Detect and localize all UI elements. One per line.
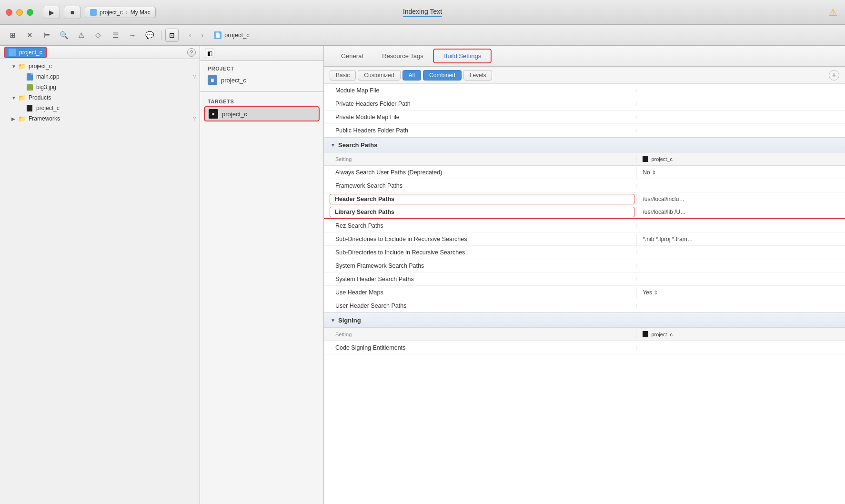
arrow-button[interactable]: → xyxy=(125,29,140,42)
help-button[interactable]: ? xyxy=(187,48,196,57)
stop-icon: ■ xyxy=(70,9,74,16)
minimize-button[interactable] xyxy=(16,9,23,16)
grid-toggle[interactable]: ⊡ xyxy=(165,29,179,42)
tab-build-settings[interactable]: Build Settings xyxy=(433,49,492,63)
search-button[interactable]: 🔍 xyxy=(56,29,71,42)
frameworks-badge: ? xyxy=(193,116,196,121)
scheme-device: My Mac xyxy=(131,9,151,16)
section-triangle-icon: ▼ xyxy=(330,141,336,148)
settings-row-module-map[interactable]: Module Map File xyxy=(324,84,845,97)
col-project: project_c xyxy=(636,329,845,339)
settings-row-framework-search[interactable]: Framework Search Paths xyxy=(324,179,845,192)
setting-value xyxy=(636,346,845,350)
filter-all-button[interactable]: All xyxy=(402,70,421,81)
tree-item-products-folder[interactable]: ▼ 📁 Products xyxy=(0,92,200,103)
setting-value: *.nib *.lproj *.fram… xyxy=(636,234,845,244)
img-file-icon xyxy=(26,83,33,91)
settings-row-private-module[interactable]: Private Module Map File xyxy=(324,111,845,124)
maximize-button[interactable] xyxy=(27,9,33,16)
tree-item-project-folder[interactable]: ▼ 📁 project_c xyxy=(0,61,200,71)
setting-name: System Framework Search Paths xyxy=(324,261,636,271)
hierarchy-button[interactable]: ⊨ xyxy=(39,29,54,42)
tag-button[interactable]: ◇ xyxy=(91,29,106,42)
settings-row-header-maps[interactable]: Use Header Maps Yes ⇕ xyxy=(324,286,845,299)
project-col-icon xyxy=(643,156,648,162)
list-button[interactable]: ☰ xyxy=(108,29,123,42)
target-icon: ■ xyxy=(209,109,218,119)
setting-value xyxy=(636,129,845,132)
tree-item-label: big3.jpg xyxy=(36,84,56,91)
project-icon xyxy=(9,49,16,56)
middle-panel-header: ◧ xyxy=(200,46,323,61)
filter-basic-button[interactable]: Basic xyxy=(330,70,356,81)
filter-combined-button[interactable]: Combined xyxy=(423,70,462,81)
warning-button[interactable]: ⚠ xyxy=(73,29,89,42)
titlebar-controls: ▶ ■ project_c › My Mac xyxy=(43,6,156,19)
setting-name: Always Search User Paths (Deprecated) xyxy=(324,167,636,178)
cpp-file-icon xyxy=(26,73,33,81)
forward-button[interactable]: › xyxy=(197,30,208,41)
setting-name: User Header Search Paths xyxy=(324,301,636,311)
file-badge: ? xyxy=(193,74,196,80)
tab-general-label: General xyxy=(341,52,363,60)
scheme-selector[interactable]: project_c › My Mac xyxy=(85,7,156,18)
setting-value: Yes ⇕ xyxy=(636,287,845,298)
settings-row-public-headers[interactable]: Public Headers Folder Path xyxy=(324,124,845,137)
section-search-paths[interactable]: ▼ Search Paths xyxy=(324,137,845,152)
back-button[interactable]: ‹ xyxy=(184,30,196,41)
filter-customized-button[interactable]: Customized xyxy=(358,70,400,81)
scheme-separator: › xyxy=(126,9,128,16)
sidebar-toggle-button[interactable]: ◧ xyxy=(205,49,214,58)
section-triangle-icon: ▼ xyxy=(330,317,336,323)
setting-value xyxy=(636,115,845,119)
comment-button[interactable]: 💬 xyxy=(142,29,157,42)
tree-item-product-binary[interactable]: project_c xyxy=(0,103,200,113)
setting-name: Private Module Map File xyxy=(324,112,636,122)
settings-row-private-headers[interactable]: Private Headers Folder Path xyxy=(324,97,845,111)
stepper-icon[interactable]: ⇕ xyxy=(654,290,658,295)
stop-button[interactable]: ■ xyxy=(64,6,81,19)
settings-row-always-search[interactable]: Always Search User Paths (Deprecated) No… xyxy=(324,166,845,179)
settings-row-subdirs-exclude[interactable]: Sub-Directories to Exclude in Recursive … xyxy=(324,232,845,246)
close-button[interactable] xyxy=(6,9,12,16)
project-section: PROJECT 📋 project_c xyxy=(200,61,323,90)
window-title: Indexing Text xyxy=(403,8,442,17)
grid-view-button[interactable]: ⊞ xyxy=(5,29,20,42)
sidebar-toggle-icon: ◧ xyxy=(207,50,212,57)
settings-row-rez[interactable]: Rez Search Paths xyxy=(324,219,845,232)
tab-general[interactable]: General xyxy=(332,50,372,62)
play-button[interactable]: ▶ xyxy=(43,6,60,19)
selected-project[interactable]: project_c xyxy=(4,47,47,58)
settings-row-subdirs-include[interactable]: Sub-Directories to Include in Recursive … xyxy=(324,246,845,259)
right-panel: General Resource Tags Build Settings Bas… xyxy=(324,46,845,504)
file-badge-warning: ! xyxy=(194,84,196,90)
settings-row-header-search[interactable]: Header Search Paths /usr/local/inclu… xyxy=(324,192,845,206)
sidebar-header: project_c ? xyxy=(0,46,200,59)
add-setting-button[interactable]: + xyxy=(829,70,839,81)
setting-name-library-search: Library Search Paths xyxy=(330,207,634,217)
tree-item-maincpp[interactable]: main.cpp ? xyxy=(0,71,200,82)
settings-row-code-signing[interactable]: Code Signing Entitlements xyxy=(324,341,845,354)
setting-value xyxy=(636,304,845,308)
setting-name: Use Header Maps xyxy=(324,287,636,298)
setting-name: Sub-Directories to Include in Recursive … xyxy=(324,247,636,258)
tab-resource-tags-label: Resource Tags xyxy=(382,52,423,60)
filter-levels-button[interactable]: Levels xyxy=(463,70,493,81)
settings-row-library-search[interactable]: Library Search Paths /usr/local/lib /U… xyxy=(324,206,845,219)
breadcrumb-icon: 📄 xyxy=(214,31,221,39)
grid-icon[interactable]: ⊡ xyxy=(165,29,179,42)
warning-icon: ⚠ xyxy=(829,7,837,18)
section-signing[interactable]: ▼ Signing xyxy=(324,312,845,328)
tab-resource-tags[interactable]: Resource Tags xyxy=(372,50,433,62)
settings-row-sys-framework[interactable]: System Framework Search Paths xyxy=(324,259,845,272)
tree-item-frameworks-folder[interactable]: ▶ 📁 Frameworks ? xyxy=(0,113,200,124)
settings-row-user-header[interactable]: User Header Search Paths xyxy=(324,299,845,312)
tree-item-big3jpg[interactable]: big3.jpg ! xyxy=(0,82,200,92)
stepper-icon[interactable]: ⇕ xyxy=(652,170,656,175)
settings-row-sys-header[interactable]: System Header Search Paths xyxy=(324,272,845,286)
target-item[interactable]: ■ project_c xyxy=(204,106,320,121)
project-name: project_c xyxy=(19,49,42,56)
project-item[interactable]: 📋 project_c xyxy=(200,73,323,87)
file-tree: ▼ 📁 project_c main.cpp ? xyxy=(0,59,200,504)
x-button[interactable]: ✕ xyxy=(22,29,37,42)
